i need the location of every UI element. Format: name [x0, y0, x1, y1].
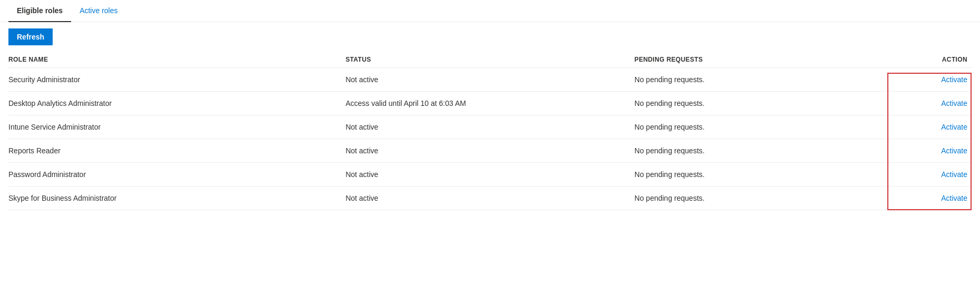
cell-role-name: Reports Reader — [8, 139, 345, 163]
table-row: Intune Service AdministratorNot activeNo… — [8, 115, 972, 139]
cell-pending-requests: No pending requests. — [635, 139, 875, 163]
cell-action: Activate — [875, 92, 972, 115]
table-wrapper: ROLE NAME STATUS PENDING REQUESTS ACTION… — [8, 52, 972, 210]
cell-pending-requests: No pending requests. — [635, 187, 875, 210]
cell-role-name: Security Administrator — [8, 68, 345, 92]
cell-pending-requests: No pending requests. — [635, 68, 875, 92]
table-row: Password AdministratorNot activeNo pendi… — [8, 163, 972, 187]
activate-link[interactable]: Activate — [941, 146, 967, 155]
activate-link[interactable]: Activate — [941, 194, 967, 202]
roles-table: ROLE NAME STATUS PENDING REQUESTS ACTION… — [8, 52, 972, 210]
cell-role-name: Password Administrator — [8, 163, 345, 187]
cell-status: Access valid until April 10 at 6:03 AM — [345, 92, 635, 115]
cell-pending-requests: No pending requests. — [635, 92, 875, 115]
table-row: Desktop Analytics AdministratorAccess va… — [8, 92, 972, 115]
cell-action: Activate — [875, 115, 972, 139]
col-header-status: STATUS — [345, 52, 635, 68]
col-header-role-name: ROLE NAME — [8, 52, 345, 68]
table-container: ROLE NAME STATUS PENDING REQUESTS ACTION… — [0, 52, 980, 210]
cell-status: Not active — [345, 68, 635, 92]
table-row: Skype for Business AdministratorNot acti… — [8, 187, 972, 210]
cell-status: Not active — [345, 139, 635, 163]
cell-action: Activate — [875, 68, 972, 92]
col-header-pending-requests: PENDING REQUESTS — [635, 52, 875, 68]
activate-link[interactable]: Activate — [941, 170, 967, 179]
table-row: Reports ReaderNot activeNo pending reque… — [8, 139, 972, 163]
tabs-container: Eligible roles Active roles — [0, 0, 980, 22]
cell-action: Activate — [875, 187, 972, 210]
cell-pending-requests: No pending requests. — [635, 115, 875, 139]
cell-action: Activate — [875, 163, 972, 187]
cell-role-name: Skype for Business Administrator — [8, 187, 345, 210]
tab-eligible-roles[interactable]: Eligible roles — [8, 0, 71, 22]
table-row: Security AdministratorNot activeNo pendi… — [8, 68, 972, 92]
cell-status: Not active — [345, 163, 635, 187]
cell-status: Not active — [345, 187, 635, 210]
cell-action: Activate — [875, 139, 972, 163]
activate-link[interactable]: Activate — [941, 123, 967, 131]
tab-active-roles[interactable]: Active roles — [71, 0, 126, 22]
table-header-row: ROLE NAME STATUS PENDING REQUESTS ACTION — [8, 52, 972, 68]
refresh-button[interactable]: Refresh — [8, 28, 53, 45]
cell-role-name: Intune Service Administrator — [8, 115, 345, 139]
activate-link[interactable]: Activate — [941, 99, 967, 107]
cell-role-name: Desktop Analytics Administrator — [8, 92, 345, 115]
col-header-action: ACTION — [875, 52, 972, 68]
toolbar: Refresh — [0, 22, 980, 52]
cell-status: Not active — [345, 115, 635, 139]
cell-pending-requests: No pending requests. — [635, 163, 875, 187]
activate-link[interactable]: Activate — [941, 75, 967, 84]
